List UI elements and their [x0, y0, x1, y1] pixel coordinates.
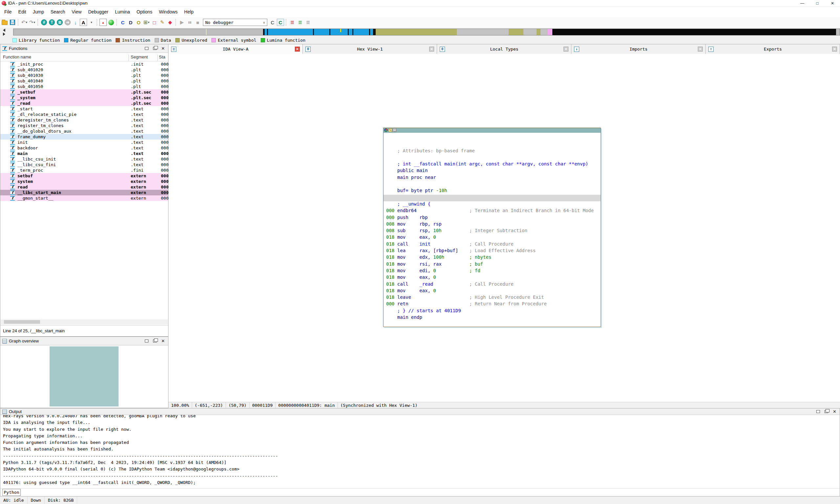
restore-icon[interactable] [145, 340, 148, 342]
tab-python-cli[interactable]: Python [2, 489, 21, 496]
disassembly-line[interactable] [383, 195, 601, 201]
disassembly-line[interactable]: 018 mov eax, 0 [386, 288, 601, 294]
disassembly-window[interactable]: ✎ ◫ ; Attributes: bp-based frame ; int _… [383, 128, 601, 327]
function-row[interactable]: fsub_401030.plt0000 [0, 73, 168, 78]
maximize-icon[interactable]: □ [810, 0, 825, 6]
create-function-button[interactable]: C [119, 19, 126, 26]
function-row[interactable]: f_system.plt.sec000 [0, 95, 168, 101]
function-row[interactable]: f_setbuf.plt.sec000 [0, 89, 168, 95]
tab-hex-view-1[interactable]: 0Hex View-1✕ [303, 44, 437, 54]
disassembly-line[interactable]: public main [386, 168, 601, 174]
float-icon[interactable] [825, 410, 828, 413]
tab-close-icon[interactable]: ✕ [295, 47, 300, 52]
function-row[interactable]: finit.text0000 [0, 140, 168, 145]
functions-column-header[interactable]: Function name Segment Sta [0, 53, 168, 61]
disassembly-line[interactable]: 018 mov rsi, rax ; buf [386, 262, 601, 268]
scrollbar-thumb[interactable] [4, 320, 40, 324]
debugger-select[interactable]: No debugger ∨ [203, 19, 267, 26]
menu-item-view[interactable]: View [68, 7, 85, 16]
disassembly-listing[interactable]: ; Attributes: bp-based frame ; int __fas… [383, 133, 601, 327]
navband-left-arrow-icon[interactable] [3, 29, 5, 32]
function-row[interactable]: f__libc_start_mainextern000 [0, 190, 168, 195]
function-row[interactable]: f__do_global_dtors_aux.text0000 [0, 128, 168, 134]
disassembly-line[interactable] [386, 134, 601, 141]
cli-input[interactable] [21, 489, 840, 496]
menu-item-windows[interactable]: Windows [156, 7, 181, 16]
disassembly-line[interactable]: 018 lea rax, [rbp+buf] ; Load Effective … [386, 248, 601, 254]
text-search-button[interactable]: A [80, 19, 87, 26]
data-button[interactable]: D [127, 19, 134, 26]
patch-button[interactable]: ◆ [166, 19, 174, 26]
window-mode-icon[interactable]: ◫ [393, 128, 396, 132]
disassembly-line[interactable]: buf= byte ptr -10h [386, 188, 601, 194]
functions-hscrollbar[interactable] [1, 320, 168, 324]
run-script-button[interactable]: C [277, 19, 284, 26]
disassembly-line[interactable]: ; Attributes: bp-based frame [386, 148, 601, 155]
jump-xref-button[interactable]: ➜ [64, 19, 71, 26]
output-panel-header[interactable]: Output ✕ [0, 409, 840, 415]
minimize-icon[interactable]: ― [795, 0, 810, 6]
disassembly-line[interactable]: 018 mov eax, 0 [386, 274, 601, 281]
float-icon[interactable] [153, 340, 157, 342]
tab-local-types[interactable]: 0Local Types✕ [437, 44, 571, 54]
close-icon[interactable]: ✕ [825, 0, 840, 6]
function-row[interactable]: fderegister_tm_clones.text0000 [0, 117, 168, 123]
disassembly-line[interactable]: 008 sub rsp, 10h ; Integer Subtraction [386, 228, 601, 234]
save-button[interactable] [9, 19, 16, 26]
tab-close-icon[interactable]: ✕ [698, 47, 703, 52]
text-search-caret[interactable]: ▾ [88, 19, 95, 26]
disassembly-line[interactable]: 000 push rbp [386, 215, 601, 221]
disassembly-line[interactable] [386, 141, 601, 148]
float-icon[interactable] [153, 47, 157, 50]
function-row[interactable]: f__libc_csu_init.text0000 [0, 156, 168, 162]
function-row[interactable]: f_init_proc.init0000 [0, 61, 168, 67]
disassembly-line[interactable] [386, 155, 601, 161]
disassembly-line[interactable]: 000 endbr64 ; Terminate an Indirect Bran… [386, 208, 601, 214]
disassembly-window-titlebar[interactable]: ✎ ◫ [383, 128, 601, 133]
function-row[interactable]: fmain.text000 [0, 151, 168, 156]
graph-overview-canvas[interactable] [0, 345, 168, 408]
column-start[interactable]: Sta [159, 54, 165, 59]
disassembly-line[interactable]: main endp [386, 314, 601, 321]
jump-to-address-button[interactable]: # [40, 19, 48, 26]
jump-to-name-button[interactable]: T [48, 19, 55, 26]
function-row[interactable]: f_start.text0000 [0, 106, 168, 112]
disassembly-line[interactable]: ; __unwind { [386, 201, 601, 208]
menu-item-lumina[interactable]: Lumina [112, 7, 133, 16]
disassembly-line[interactable]: 000 retn ; Return Near from Procedure [386, 301, 601, 308]
debugger-stop-button[interactable]: ■ [194, 19, 201, 26]
functions-panel-header[interactable]: f Functions ✕ [0, 44, 168, 53]
undefine-button[interactable]: □ [151, 19, 158, 26]
tab-close-icon[interactable]: ✕ [564, 47, 568, 52]
close-icon[interactable]: ✕ [161, 340, 165, 343]
function-row[interactable]: f_dl_relocate_static_pie.text0000 [0, 112, 168, 117]
disassembly-line[interactable]: 018 mov edx, 100h ; nbytes [386, 254, 601, 261]
menu-item-debugger[interactable]: Debugger [85, 7, 112, 16]
restore-icon[interactable] [816, 410, 820, 413]
disassembly-line[interactable]: 018 mov eax, 0 [386, 234, 601, 241]
tab-exports[interactable]: ↑Exports✕ [706, 44, 840, 54]
color-wheel-icon[interactable] [384, 128, 388, 132]
ida-view-canvas[interactable]: ✎ ◫ ; Attributes: bp-based frame ; int _… [168, 54, 840, 402]
disassembly-line[interactable]: 018 leave ; High Level Procedure Exit [386, 294, 601, 301]
undo-button[interactable]: ↶▾ [21, 19, 28, 26]
column-segment[interactable]: Segment [131, 54, 148, 59]
disassembly-line[interactable]: ; int __fastcall main(int argc, const ch… [386, 161, 601, 168]
debugger-start-button[interactable]: ▶ [178, 19, 185, 26]
function-row[interactable]: freadextern000 [0, 184, 168, 190]
graph-overview-header[interactable]: Graph overview ✕ [0, 337, 168, 345]
edit-icon[interactable]: ✎ [389, 128, 392, 132]
grid-button[interactable]: ⊞▾ [143, 19, 150, 26]
graph-overview-viewport[interactable] [50, 346, 119, 407]
disassembly-line[interactable]: 018 call init ; Call Procedure [386, 241, 601, 248]
jump-down-button[interactable]: ↓ [72, 19, 79, 26]
function-row[interactable]: f__libc_csu_fini.text0000 [0, 162, 168, 167]
window-list-button-3[interactable]: ≣ [304, 19, 311, 26]
menu-item-search[interactable]: Search [47, 7, 68, 16]
function-row[interactable]: fsub_401020.plt0000 [0, 67, 168, 73]
tab-imports[interactable]: ↓Imports✕ [571, 44, 706, 54]
disassembly-line[interactable]: 018 call _read ; Call Procedure [386, 282, 601, 288]
function-row[interactable]: f__gmon_start__extern0000 [0, 195, 168, 201]
function-row[interactable]: fbackdoor.text0000 [0, 145, 168, 151]
function-row[interactable]: fsetbufextern000 [0, 173, 168, 179]
